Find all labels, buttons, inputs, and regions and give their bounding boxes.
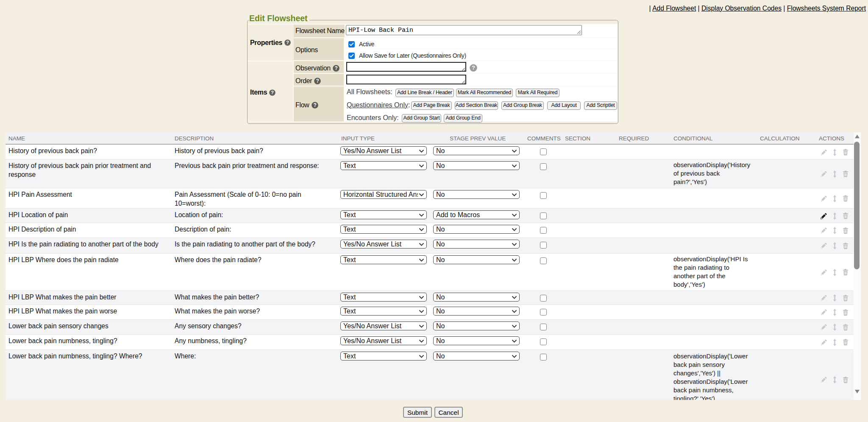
- svg-text:?: ?: [334, 65, 337, 71]
- svg-text:?: ?: [271, 90, 274, 95]
- svg-text:?: ?: [313, 102, 316, 108]
- svg-text:?: ?: [316, 78, 319, 84]
- svg-text:?: ?: [472, 64, 475, 71]
- svg-text:?: ?: [286, 40, 289, 45]
